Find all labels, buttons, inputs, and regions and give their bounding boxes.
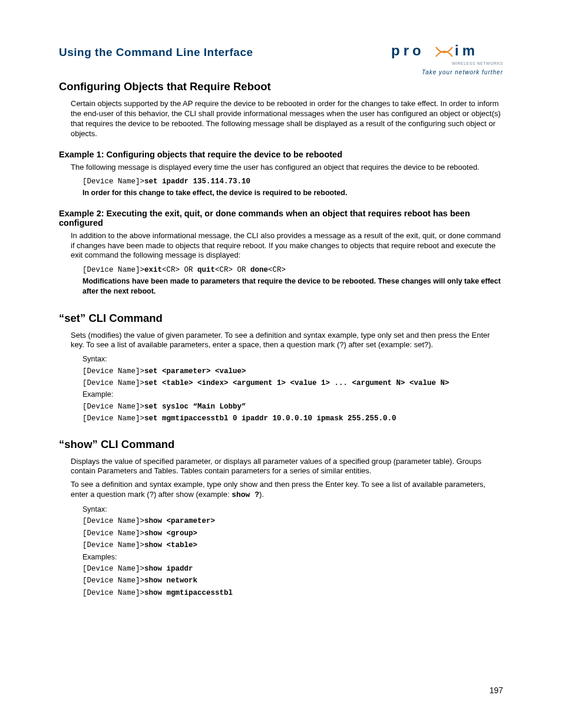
page-title: Using the Command Line Interface — [59, 46, 253, 59]
cli-prompt: [Device Name]> — [82, 577, 144, 585]
cli-prompt: [Device Name]> — [82, 589, 144, 597]
code-block: Syntax: [Device Name]>set <parameter> <v… — [82, 354, 503, 424]
cli-command: done — [250, 266, 268, 274]
reboot-note: Modifications have been made to paramete… — [82, 276, 503, 297]
body-text-part: To see a definition and syntax example, … — [71, 480, 485, 499]
inline-code: show ? — [232, 490, 259, 499]
cli-prompt: [Device Name]> — [82, 517, 144, 525]
page-number: 197 — [490, 686, 503, 695]
cli-prompt: [Device Name]> — [82, 414, 144, 423]
cli-command: show ipaddr — [144, 565, 193, 573]
cli-prompt: [Device Name]> — [82, 379, 144, 387]
section-heading-reboot: Configuring Objects that Require Reboot — [59, 80, 503, 93]
section-heading-set: “set” CLI Command — [59, 312, 503, 325]
cli-command: set ipaddr 135.114.73.10 — [144, 177, 250, 186]
code-block: [Device Name]>exit<CR> OR quit<CR> OR do… — [82, 264, 503, 296]
code-block: [Device Name]>set ipaddr 135.114.73.10 I… — [82, 176, 503, 197]
body-text: Displays the value of specified paramete… — [71, 457, 503, 477]
cli-prompt: [Device Name]> — [82, 266, 144, 274]
cli-prompt: [Device Name]> — [82, 565, 144, 573]
syntax-label: Syntax: — [82, 504, 503, 515]
syntax-label: Syntax: — [82, 354, 503, 365]
section-heading-show: “show” CLI Command — [59, 438, 503, 451]
cli-command: set mgmtipaccesstbl 0 ipaddr 10.0.0.10 i… — [144, 414, 396, 423]
cli-command: show <table> — [144, 541, 197, 549]
logo-tagline: Take your network further — [391, 69, 503, 75]
cli-command: show <parameter> — [144, 517, 215, 525]
cli-prompt: [Device Name]> — [82, 367, 144, 375]
example1-heading: Example 1: Configuring objects that requ… — [59, 150, 503, 159]
svg-text:pro: pro — [391, 42, 425, 58]
cli-prompt: [Device Name]> — [82, 541, 144, 549]
cli-text: <CR> OR — [162, 266, 197, 274]
body-text: Certain objects supported by the AP requ… — [71, 99, 503, 139]
body-text-part: ). — [259, 490, 264, 499]
cli-command: exit — [144, 266, 162, 274]
body-text: In addition to the above informational m… — [71, 231, 503, 261]
cli-command: set <parameter> <value> — [144, 367, 246, 375]
body-text: The following message is displayed every… — [71, 163, 503, 173]
examples-label: Examples: — [82, 552, 503, 563]
body-text: Sets (modifies) the value of given param… — [71, 331, 503, 351]
body-text: To see a definition and syntax example, … — [71, 480, 503, 500]
cli-command: show <group> — [144, 529, 197, 538]
cli-prompt: [Device Name]> — [82, 177, 144, 186]
cli-text: <CR> — [268, 266, 286, 274]
svg-text:im: im — [455, 42, 478, 58]
cli-command: quit — [197, 266, 215, 274]
proxim-logo: pro im — [391, 42, 503, 62]
cli-command: show network — [144, 577, 197, 585]
cli-prompt: [Device Name]> — [82, 403, 144, 411]
cli-command: show mgmtipaccesstbl — [144, 589, 233, 597]
cli-prompt: [Device Name]> — [82, 529, 144, 538]
cli-text: <CR> OR — [215, 266, 250, 274]
example-label: Example: — [82, 389, 503, 400]
cli-command: set sysloc “Main Lobby” — [144, 403, 246, 411]
reboot-note: In order for this change to take effect,… — [82, 188, 503, 198]
cli-command: set <table> <index> <argument 1> <value … — [144, 379, 449, 387]
logo-block: pro im WIRELESS NETWORKS Take your netwo… — [391, 42, 503, 75]
code-block: Syntax: [Device Name]>show <parameter> [… — [82, 504, 503, 599]
example2-heading: Example 2: Executing the exit, quit, or … — [59, 209, 503, 228]
